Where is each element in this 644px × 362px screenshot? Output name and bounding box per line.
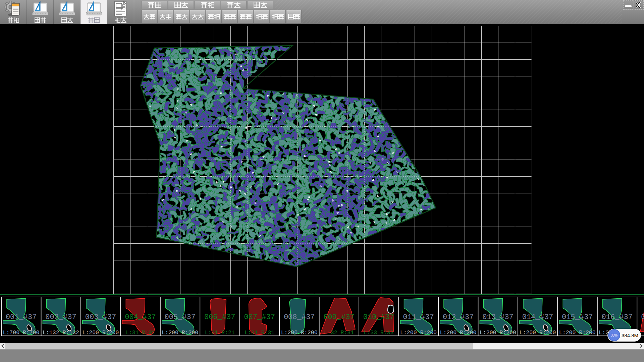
svg-text:007_#37: 007_#37 <box>244 313 275 321</box>
svg-text:L:200 R:200: L:200 R:200 <box>400 329 437 336</box>
svg-text:006_#37: 006_#37 <box>204 313 235 321</box>
svg-text:L:200 R:200: L:200 R:200 <box>162 329 198 336</box>
svg-text:L:21 R:21: L:21 R:21 <box>205 329 235 336</box>
svg-text:015_#37: 015_#37 <box>562 313 593 321</box>
svg-text:L:200 R:200: L:200 R:200 <box>440 329 477 336</box>
svg-text:004_#37: 004_#37 <box>125 313 156 321</box>
svg-text:014_#37: 014_#37 <box>522 313 553 321</box>
svg-text:0: 0 <box>641 313 644 321</box>
svg-text:009_#37: 009_#37 <box>323 313 354 321</box>
svg-text:L:31 R:31: L:31 R:31 <box>125 329 155 336</box>
svg-text:L:700 R:700: L:700 R:700 <box>3 329 40 336</box>
svg-text:L:31 R:31: L:31 R:31 <box>245 329 274 336</box>
svg-text:011_#37: 011_#37 <box>403 313 434 321</box>
svg-text:016_#37: 016_#37 <box>602 313 633 321</box>
svg-text:001_#37: 001_#37 <box>6 313 37 321</box>
svg-text:L:200 R:200: L:200 R:200 <box>559 329 596 336</box>
svg-text:L:32 R:31: L:32 R:31 <box>324 329 354 336</box>
svg-text:003_#37: 003_#37 <box>85 313 116 321</box>
svg-text:L:200 R:200: L:200 R:200 <box>519 329 556 336</box>
svg-text:L:200 R:200: L:200 R:200 <box>480 329 516 336</box>
svg-text:010_#37: 010_#37 <box>363 313 394 321</box>
svg-text:008_#37: 008_#37 <box>284 313 315 321</box>
svg-text:005_#37: 005_#37 <box>165 313 196 321</box>
svg-text:012_#37: 012_#37 <box>443 313 474 321</box>
svg-text:L:200 R:200: L:200 R:200 <box>82 329 119 336</box>
svg-text:L:132 R:132: L:132 R:132 <box>43 329 79 336</box>
svg-text:002_#37: 002_#37 <box>45 313 76 321</box>
svg-text:L:200 R:200: L:200 R:200 <box>281 329 318 336</box>
svg-text:L:33 R:33: L:33 R:33 <box>364 329 393 336</box>
svg-text:013_#37: 013_#37 <box>482 313 513 321</box>
